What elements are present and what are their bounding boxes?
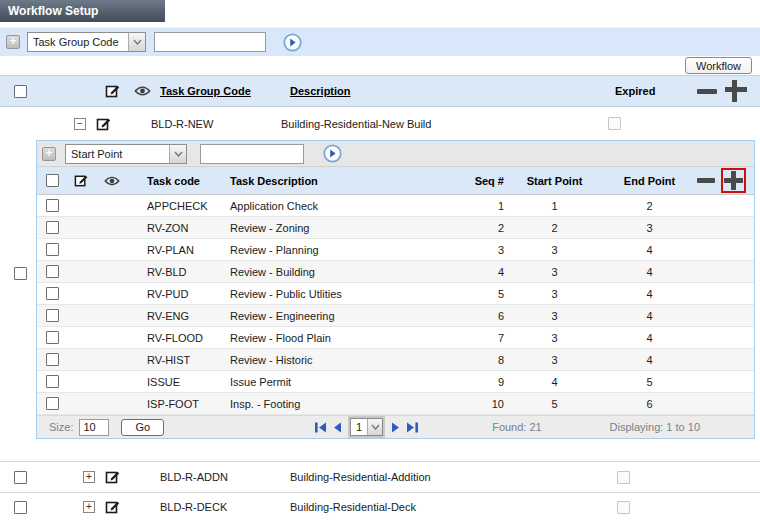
task-row: RV-ZON Review - Zoning 2 2 3	[37, 217, 754, 239]
expand-search-icon[interactable]: +	[42, 147, 56, 161]
task-seq: 6	[498, 310, 507, 322]
run-search-button[interactable]	[283, 33, 302, 52]
task-row-checkbox[interactable]	[46, 375, 59, 388]
task-row-checkbox[interactable]	[46, 287, 59, 300]
task-description: Review - Planning	[225, 244, 452, 256]
task-row-checkbox[interactable]	[46, 221, 59, 234]
group-block-expanded: − BLD-R-NEW Building-Residential-New Bui…	[0, 107, 760, 439]
task-description: Review - Flood Plain	[225, 332, 452, 344]
task-start-point: 3	[551, 310, 557, 322]
sort-task-group-code[interactable]: Task Group Code	[156, 85, 251, 97]
first-page-icon[interactable]	[314, 421, 327, 434]
task-row: APPCHECK Application Check 1 1 2	[37, 195, 754, 217]
size-input[interactable]	[79, 419, 109, 436]
task-start-point: 4	[551, 376, 557, 388]
select-all-tasks-checkbox[interactable]	[46, 174, 59, 187]
add-task-icon[interactable]	[724, 171, 743, 190]
task-end-point: 3	[646, 222, 652, 234]
seq-header: Seq #	[475, 175, 507, 187]
task-row-checkbox[interactable]	[46, 353, 59, 366]
end-point-header: End Point	[624, 175, 675, 187]
task-row-checkbox[interactable]	[46, 243, 59, 256]
workflow-button[interactable]: Workflow	[685, 57, 752, 74]
group-row: − BLD-R-NEW Building-Residential-New Bui…	[36, 107, 760, 140]
select-all-checkbox[interactable]	[14, 85, 27, 98]
page-number: 1	[351, 421, 367, 433]
outer-search-field-select[interactable]: Task Group Code	[27, 32, 146, 52]
remove-task-icon[interactable]	[697, 178, 715, 183]
task-seq: 5	[498, 288, 507, 300]
outer-search-input[interactable]	[154, 32, 266, 52]
expired-checkbox[interactable]	[617, 501, 630, 514]
prev-page-icon[interactable]	[332, 421, 342, 434]
inner-search-input[interactable]	[200, 144, 304, 164]
displaying-range: Displaying: 1 to 10	[610, 421, 701, 433]
task-row: ISP-FOOT Insp. - Footing 10 5 6	[37, 393, 754, 415]
expired-header: Expired	[611, 85, 697, 97]
task-description: Issue Permit	[225, 376, 452, 388]
task-start-point: 3	[551, 288, 557, 300]
task-seq: 4	[498, 266, 507, 278]
edit-icon[interactable]	[105, 469, 121, 485]
task-start-point: 3	[551, 266, 557, 278]
collapse-icon[interactable]: −	[74, 118, 86, 130]
task-rows: APPCHECK Application Check 1 1 2 RV-ZON …	[37, 195, 754, 415]
highlight-box	[721, 168, 746, 193]
task-seq: 10	[492, 398, 507, 410]
edit-icon[interactable]	[96, 116, 112, 132]
expired-checkbox[interactable]	[608, 117, 621, 130]
sort-description[interactable]: Description	[286, 85, 351, 97]
group-description: Building-Residential-New Build	[277, 118, 602, 130]
toolbar-row: Workflow	[0, 56, 760, 75]
task-row: RV-PLAN Review - Planning 3 3 4	[37, 239, 754, 261]
task-code: RV-PUD	[142, 288, 225, 300]
task-end-point: 6	[646, 398, 652, 410]
task-seq: 8	[498, 354, 507, 366]
group-row-checkbox[interactable]	[14, 471, 27, 484]
chevron-down-icon	[367, 419, 382, 435]
go-button[interactable]: Go	[121, 419, 164, 436]
task-description: Review - Engineering	[225, 310, 452, 322]
edit-icon[interactable]	[105, 499, 121, 515]
expand-icon[interactable]: +	[83, 501, 95, 513]
task-description: Review - Historic	[225, 354, 452, 366]
task-row-checkbox[interactable]	[46, 331, 59, 344]
page-select[interactable]: 1	[350, 418, 383, 436]
task-row: RV-HIST Review - Historic 8 3 4	[37, 349, 754, 371]
group-row: + BLD-R-ADDN Building-Residential-Additi…	[0, 461, 760, 492]
inner-table-header: Task code Task Description Seq # Start P…	[37, 167, 754, 195]
task-description: Review - Building	[225, 266, 452, 278]
edit-icon[interactable]	[105, 83, 121, 99]
group-row-checkbox[interactable]	[14, 501, 27, 514]
group-code: BLD-R-NEW	[147, 118, 277, 130]
task-code: APPCHECK	[142, 200, 225, 212]
titlebar-row: Workflow Setup	[0, 0, 760, 22]
task-start-point: 5	[551, 398, 557, 410]
task-row-checkbox[interactable]	[46, 397, 59, 410]
run-search-button[interactable]	[323, 144, 342, 163]
pagination-bar: Size: Go 1	[37, 415, 754, 438]
eye-icon[interactable]	[104, 176, 120, 186]
task-end-point: 4	[646, 288, 652, 300]
last-page-icon[interactable]	[406, 421, 419, 434]
edit-icon[interactable]	[74, 173, 89, 188]
eye-icon[interactable]	[134, 86, 151, 96]
task-end-point: 4	[646, 244, 652, 256]
outer-table-header: Task Group Code Description Expired	[0, 75, 760, 107]
group-code: BLD-R-DECK	[156, 501, 286, 513]
task-row: RV-ENG Review - Engineering 6 3 4	[37, 305, 754, 327]
remove-row-icon[interactable]	[697, 89, 717, 94]
next-page-icon[interactable]	[391, 421, 401, 434]
expand-search-icon[interactable]: +	[6, 35, 20, 49]
task-row-checkbox[interactable]	[46, 265, 59, 278]
expand-icon[interactable]: +	[83, 471, 95, 483]
task-row-checkbox[interactable]	[46, 199, 59, 212]
expired-checkbox[interactable]	[617, 471, 630, 484]
task-code: RV-HIST	[142, 354, 225, 366]
group-row-checkbox[interactable]	[14, 267, 27, 280]
task-seq: 3	[498, 244, 507, 256]
add-row-icon[interactable]	[725, 80, 747, 102]
task-row-checkbox[interactable]	[46, 309, 59, 322]
inner-search-field-select[interactable]: Start Point	[65, 144, 187, 164]
task-end-point: 4	[646, 310, 652, 322]
